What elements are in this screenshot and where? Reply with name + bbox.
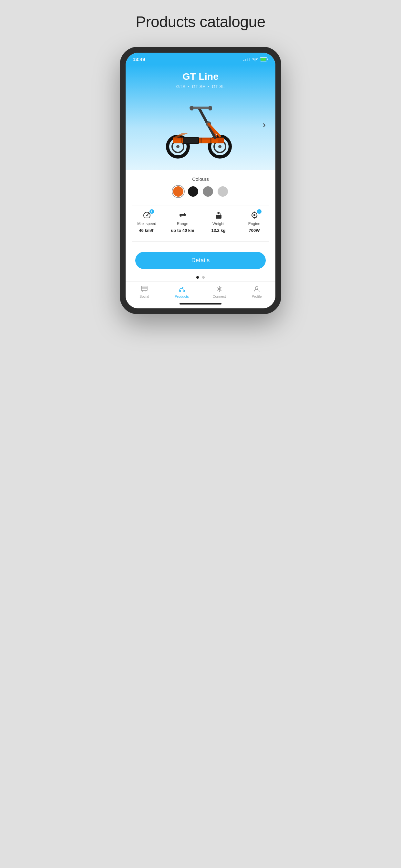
svg-rect-39	[142, 286, 147, 290]
svg-point-5	[176, 145, 180, 148]
wifi-icon	[252, 57, 258, 62]
pagination-dot-1[interactable]	[196, 276, 199, 279]
variant-gtsl[interactable]: GT SL	[212, 84, 225, 89]
svg-rect-18	[190, 106, 193, 111]
products-icon	[178, 285, 186, 293]
svg-rect-22	[218, 137, 224, 144]
spec-range-value: up to 40 km	[171, 228, 194, 233]
nav-label-products: Products	[175, 294, 189, 299]
nav-item-social[interactable]: Social	[126, 285, 163, 299]
spec-range-label: Range	[177, 221, 188, 226]
svg-rect-19	[209, 106, 212, 111]
nav-label-social: Social	[140, 294, 149, 299]
svg-point-48	[255, 286, 258, 289]
next-product-button[interactable]: ›	[263, 119, 266, 130]
nav-item-connect[interactable]: Connect	[201, 285, 238, 299]
bottom-nav: Social Products	[126, 281, 275, 300]
svg-rect-13	[201, 137, 202, 144]
phone-frame: 13:49	[120, 47, 281, 314]
signal-icon	[243, 58, 250, 61]
nav-label-profile: Profile	[251, 294, 261, 299]
spec-engine-value: 700W	[249, 228, 260, 233]
colours-section: Colours	[126, 170, 275, 200]
variant-gtse[interactable]: GT SE	[192, 84, 205, 89]
svg-rect-11	[181, 137, 182, 144]
svg-point-32	[253, 214, 255, 216]
colour-swatches	[132, 186, 269, 197]
engine-info-badge[interactable]: i	[257, 209, 261, 214]
product-variants: GTS GT SE GT SL	[132, 84, 269, 89]
swatch-black[interactable]	[188, 186, 198, 197]
spec-engine-label: Engine	[248, 221, 260, 226]
svg-rect-29	[216, 215, 221, 219]
connect-icon	[215, 285, 223, 293]
svg-rect-2	[260, 58, 266, 60]
button-divider	[132, 241, 269, 242]
spec-weight-label: Weight	[212, 221, 224, 226]
battery-icon	[260, 57, 268, 62]
status-icons	[243, 57, 268, 62]
spec-max-speed: i Max speed 46 km/h	[129, 211, 165, 233]
details-button[interactable]: Details	[135, 252, 266, 269]
scooter-container: ›	[132, 89, 269, 160]
svg-point-30	[218, 213, 219, 214]
weight-icon	[214, 211, 223, 220]
spec-weight: Weight 13.2 kg	[201, 211, 236, 233]
variant-separator-2	[208, 86, 209, 87]
spec-engine: i Engine 700W	[236, 211, 272, 233]
spec-range-icon-wrap	[178, 211, 187, 220]
details-section: Details	[126, 247, 275, 272]
home-indicator	[126, 300, 275, 308]
swatch-gray[interactable]	[203, 186, 213, 197]
spec-max-speed-value: 46 km/h	[139, 228, 154, 233]
page-title: Products catalogue	[135, 13, 266, 31]
swatch-lightgray[interactable]	[218, 186, 228, 197]
social-icon	[140, 285, 149, 293]
spec-max-speed-label: Max speed	[137, 221, 156, 226]
nav-item-products[interactable]: Products	[163, 285, 201, 299]
product-title: GT Line	[132, 71, 269, 82]
spec-weight-icon-wrap	[214, 211, 223, 220]
swatch-orange[interactable]	[173, 186, 183, 197]
specs-section: i Max speed 46 km/h Range up to 40	[126, 211, 275, 236]
home-bar	[180, 303, 221, 305]
colours-label: Colours	[132, 176, 269, 182]
speed-info-badge[interactable]: i	[150, 209, 154, 214]
status-time: 13:49	[133, 57, 145, 62]
spec-engine-icon-wrap: i	[250, 211, 259, 220]
pagination-dots	[126, 272, 275, 281]
svg-rect-1	[267, 58, 268, 60]
range-icon	[178, 211, 187, 220]
spec-range: Range up to 40 km	[165, 211, 201, 233]
hero-section: GT Line GTS GT SE GT SL	[126, 65, 275, 170]
nav-item-profile[interactable]: Profile	[238, 285, 275, 299]
status-bar: 13:49	[126, 53, 275, 65]
svg-point-45	[183, 290, 185, 292]
pagination-dot-2[interactable]	[202, 276, 205, 279]
nav-label-connect: Connect	[213, 294, 226, 299]
profile-icon	[252, 285, 261, 293]
spec-max-speed-icon-wrap: i	[143, 211, 151, 220]
scooter-image	[155, 96, 246, 160]
variant-gts[interactable]: GTS	[176, 84, 186, 89]
spec-weight-value: 13.2 kg	[211, 228, 225, 233]
svg-point-8	[218, 145, 221, 148]
svg-line-26	[147, 213, 149, 215]
phone-screen: 13:49	[126, 53, 275, 308]
specs-divider	[132, 205, 269, 206]
variant-separator-1	[188, 86, 189, 87]
svg-rect-24	[183, 137, 198, 144]
svg-rect-14	[210, 137, 212, 144]
